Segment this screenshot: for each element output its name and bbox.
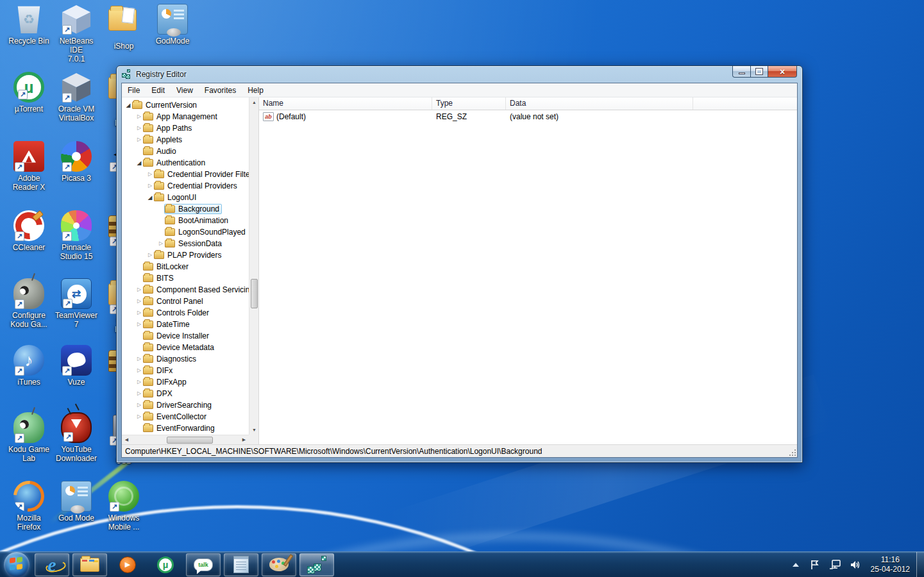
- start-button[interactable]: [4, 552, 29, 577]
- tree-expander-icon[interactable]: ▷: [135, 399, 143, 411]
- tree-key-difxapp[interactable]: ▷DIFxApp: [122, 376, 249, 388]
- vertical-scroll-thumb[interactable]: [251, 279, 258, 308]
- tree-key-background[interactable]: Background: [122, 203, 249, 215]
- taskbar-button-notepad[interactable]: [224, 553, 258, 576]
- title-bar[interactable]: Registry Editor ×: [117, 66, 802, 83]
- tree-key-bootanimation[interactable]: BootAnimation: [122, 215, 249, 226]
- taskbar-button-explorer[interactable]: [72, 553, 107, 576]
- desktop-icon-godmode-panel[interactable]: God Mode: [53, 481, 100, 523]
- tree-expander-icon[interactable]: ▷: [146, 249, 154, 261]
- horizontal-scroll-thumb[interactable]: [167, 437, 213, 444]
- tree-key-authentication[interactable]: ◢Authentication: [122, 157, 249, 169]
- tree-key-device-installer[interactable]: Device Installer: [122, 330, 249, 342]
- desktop-icon-kodu-robot-gray[interactable]: ↗Configure Kodu Ga...: [5, 278, 53, 329]
- tree-key-audio[interactable]: Audio: [122, 146, 249, 157]
- tree-key-credential-providers[interactable]: ▷Credential Providers: [122, 180, 249, 192]
- scroll-right-icon[interactable]: ▶: [239, 435, 249, 445]
- column-header-data[interactable]: Data: [506, 97, 693, 110]
- close-button[interactable]: ×: [768, 66, 797, 78]
- desktop-icon-ccleaner[interactable]: ↗CCleaner: [5, 210, 53, 252]
- desktop-icon-netbeans[interactable]: ↗NetBeans IDE 7.0.1: [53, 4, 100, 63]
- desktop-icon-vuze[interactable]: ↗Vuze: [53, 345, 100, 387]
- value-row[interactable]: ab(Default)REG_SZ(value not set): [259, 110, 797, 122]
- desktop-icon-picasa[interactable]: ↗Picasa 3: [53, 141, 100, 183]
- taskbar-button-gtalk[interactable]: talk: [186, 553, 221, 576]
- scroll-up-icon[interactable]: ▲: [249, 97, 259, 107]
- tree-expander-icon[interactable]: ▷: [135, 284, 143, 296]
- tree-key-sessiondata[interactable]: ▷SessionData: [122, 238, 249, 249]
- desktop-icon-itunes[interactable]: ♪↗iTunes: [5, 345, 53, 387]
- tree-key-credential-provider-filters[interactable]: ▷Credential Provider Filters: [122, 169, 249, 180]
- tree-key-plap-providers[interactable]: ▷PLAP Providers: [122, 249, 249, 261]
- tree-expander-icon[interactable]: ▷: [146, 169, 154, 180]
- taskbar-button-ie[interactable]: e: [35, 553, 69, 576]
- tree-key-bitlocker[interactable]: BitLocker: [122, 261, 249, 272]
- tree-expander-icon[interactable]: ◢: [124, 99, 132, 111]
- desktop-icon-recycle-bin[interactable]: ♻Recycle Bin: [5, 4, 53, 46]
- tree-expander-icon[interactable]: ▷: [135, 122, 143, 134]
- tree-expander-icon[interactable]: ▷: [135, 388, 143, 399]
- column-header-type[interactable]: Type: [432, 97, 506, 110]
- tree-horizontal-scrollbar[interactable]: ◀ ▶: [122, 435, 249, 444]
- tree-expander-icon[interactable]: ◢: [135, 157, 143, 169]
- volume-icon[interactable]: [850, 560, 861, 570]
- tree-expander-icon[interactable]: ▷: [135, 111, 143, 122]
- scroll-left-icon[interactable]: ◀: [122, 435, 131, 445]
- tree-key-driversearching[interactable]: ▷DriverSearching: [122, 399, 249, 411]
- tree-expander-icon[interactable]: ▷: [135, 411, 143, 422]
- taskbar-button-paint[interactable]: [262, 553, 296, 576]
- tree-key-app-management[interactable]: ▷App Management: [122, 111, 249, 122]
- desktop-icon-firefox[interactable]: ↗Mozilla Firefox: [5, 481, 53, 531]
- tree-key-eventforwarding[interactable]: EventForwarding: [122, 422, 249, 434]
- tree-expander-icon[interactable]: ▷: [135, 376, 143, 388]
- taskbar-button-utorrent[interactable]: µ: [148, 553, 183, 576]
- tree-key-currentversion[interactable]: ◢CurrentVersion: [122, 99, 249, 111]
- desktop-icon-youtube-downloader[interactable]: ↗YouTube Downloader: [53, 412, 100, 463]
- menu-favorites[interactable]: Favorites: [199, 84, 242, 97]
- action-center-flag-icon[interactable]: [810, 560, 820, 570]
- tree-expander-icon[interactable]: ▷: [135, 134, 143, 146]
- tree-vertical-scrollbar[interactable]: ▲ ▼: [249, 97, 258, 435]
- tree-key-logonsoundplayed[interactable]: LogonSoundPlayed: [122, 226, 249, 238]
- tree-key-difx[interactable]: ▷DIFx: [122, 365, 249, 376]
- tree-key-control-panel[interactable]: ▷Control Panel: [122, 296, 249, 307]
- desktop-icon-adobe-reader[interactable]: ↗Adobe Reader X: [5, 141, 53, 192]
- tree-expander-icon[interactable]: ▷: [135, 307, 143, 319]
- resize-grip[interactable]: [788, 448, 796, 456]
- desktop-icon-godmode-panel[interactable]: GodMode: [149, 4, 196, 46]
- desktop-icon-pinnacle[interactable]: ↗Pinnacle Studio 15: [53, 210, 100, 261]
- tree-key-diagnostics[interactable]: ▷Diagnostics: [122, 353, 249, 365]
- tree-key-datetime[interactable]: ▷DateTime: [122, 319, 249, 330]
- tree-key-device-metadata[interactable]: Device Metadata: [122, 342, 249, 353]
- tree-key-eventcollector[interactable]: ▷EventCollector: [122, 411, 249, 422]
- desktop-icon-teamviewer[interactable]: ⇄↗TeamViewer 7: [53, 278, 100, 329]
- tree-key-dpx[interactable]: ▷DPX: [122, 388, 249, 399]
- desktop-icon-windows-mobile[interactable]: ↗Windows Mobile ...: [100, 481, 147, 531]
- tree-expander-icon[interactable]: ▷: [157, 238, 165, 249]
- scroll-down-icon[interactable]: ▼: [249, 425, 259, 435]
- tree-expander-icon[interactable]: ▷: [135, 296, 143, 307]
- tree-key-app-paths[interactable]: ▷App Paths: [122, 122, 249, 134]
- show-desktop-button[interactable]: [916, 552, 924, 577]
- network-icon[interactable]: [829, 560, 841, 570]
- menu-file[interactable]: File: [122, 84, 146, 97]
- tree-key-logonui[interactable]: ◢LogonUI: [122, 192, 249, 203]
- taskbar-button-regedit[interactable]: [299, 553, 334, 576]
- desktop-icon-kodu-robot-green[interactable]: ↗Kodu Game Lab: [5, 412, 53, 463]
- tree-key-component-based-servicing[interactable]: ▷Component Based Servicing: [122, 284, 249, 296]
- menu-help[interactable]: Help: [242, 84, 269, 97]
- tree-key-applets[interactable]: ▷Applets: [122, 134, 249, 146]
- minimize-button[interactable]: [732, 66, 751, 78]
- tree-key-bits[interactable]: BITS: [122, 272, 249, 284]
- taskbar-button-wmp[interactable]: ▶: [110, 553, 145, 576]
- tree-expander-icon[interactable]: ▷: [135, 365, 143, 376]
- column-header-name[interactable]: Name: [259, 97, 432, 110]
- menu-edit[interactable]: Edit: [146, 84, 171, 97]
- maximize-button[interactable]: [751, 66, 768, 78]
- menu-view[interactable]: View: [171, 84, 199, 97]
- show-hidden-icons-button[interactable]: [793, 563, 799, 567]
- tree-expander-icon[interactable]: ▷: [135, 319, 143, 330]
- desktop-icon-ishop-folder[interactable]: iShop: [100, 4, 147, 51]
- desktop-icon-utorrent[interactable]: µ↗µTorrent: [5, 72, 53, 113]
- tree-expander-icon[interactable]: ▷: [146, 180, 154, 192]
